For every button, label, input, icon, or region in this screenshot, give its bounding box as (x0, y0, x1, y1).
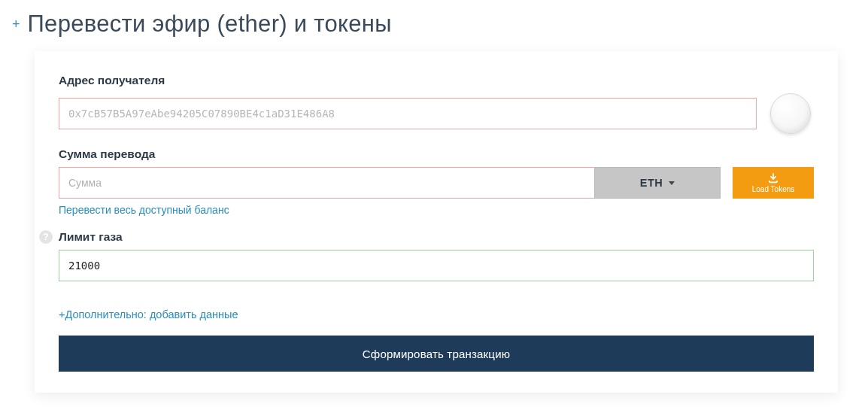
amount-label: Сумма перевода (59, 147, 814, 161)
download-icon (768, 173, 778, 184)
currency-selected-label: ETH (640, 177, 663, 189)
load-tokens-label: Load Tokens (752, 185, 795, 193)
help-icon[interactable]: ? (39, 230, 53, 244)
gas-limit-group: ? Лимит газа (59, 230, 814, 281)
page-title: Перевести эфир (ether) и токены (28, 11, 392, 38)
gas-limit-label: Лимит газа (59, 230, 814, 244)
address-identicon (770, 93, 811, 134)
load-tokens-button[interactable]: Load Tokens (733, 167, 814, 199)
plus-icon: + (12, 17, 20, 31)
send-entire-balance-link[interactable]: Перевести весь доступный баланс (59, 204, 229, 216)
recipient-group: Адрес получателя (59, 74, 814, 134)
generate-transaction-button[interactable]: Сформировать транзакцию (59, 336, 814, 372)
advanced-add-data-link[interactable]: +Дополнительно: добавить данные (59, 308, 238, 320)
chevron-down-icon (669, 181, 675, 185)
currency-dropdown[interactable]: ETH (594, 167, 721, 199)
recipient-address-input[interactable] (59, 98, 757, 129)
amount-input[interactable] (59, 167, 594, 199)
amount-group: Сумма перевода ETH L (59, 147, 814, 217)
send-card: Адрес получателя Сумма перевода ETH (35, 51, 838, 393)
recipient-label: Адрес получателя (59, 74, 814, 87)
page-header: + Перевести эфир (ether) и токены (8, 11, 860, 38)
gas-limit-input[interactable] (59, 250, 814, 281)
